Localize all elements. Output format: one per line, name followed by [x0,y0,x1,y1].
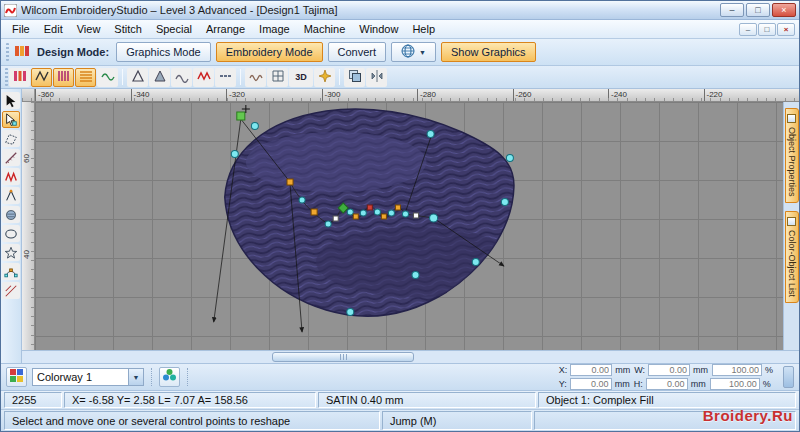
design-canvas[interactable] [35,102,783,350]
horizontal-scrollbar[interactable] [22,350,799,363]
satin-stitch-icon [57,69,71,86]
window-title: Wilcom EmbroideryStudio – Level 3 Advanc… [21,4,716,16]
mdi-restore-button[interactable]: □ [758,23,776,36]
ellipse-tool[interactable] [2,225,20,242]
menu-window[interactable]: Window [352,21,405,37]
menu-view[interactable]: View [70,21,108,37]
menu-stitch[interactable]: Stitch [107,21,149,37]
color-object-list-icon [787,217,796,226]
fill-digitize-tool[interactable] [2,206,20,223]
stitch-angle-tool[interactable] [2,282,20,299]
menu-image[interactable]: Image [252,21,297,37]
y-input[interactable] [570,378,612,390]
w-label: W: [634,365,645,375]
docker-tab-strip: Object Properties Color-Object List [783,102,799,350]
effects-button[interactable] [314,68,335,87]
convert-button[interactable]: Convert [328,42,387,62]
pointer-coordinates: X= -6.58 Y= 2.58 L= 7.07 A= 158.56 [64,392,316,408]
chevron-down-icon[interactable]: ▼ [128,369,143,385]
run-digitize-tool[interactable] [2,187,20,204]
hruler-label: -280 [417,89,513,101]
effects-icon [318,69,332,86]
menu-machine[interactable]: Machine [297,21,353,37]
lettering-motif-icon [197,69,211,86]
node-edit-tool[interactable] [2,263,20,280]
machine-format-button[interactable] [9,68,30,87]
scale-y-input[interactable] [710,378,760,390]
show-graphics-button[interactable]: Show Graphics [441,42,536,62]
toolbar-separator [339,69,340,85]
minimize-button[interactable]: – [720,3,744,17]
transform-panel: X: mm W: mm % Y: mm H: mm % [559,364,775,390]
y-label: Y: [559,379,567,389]
mirror-icon [370,69,384,86]
x-label: X: [559,365,568,375]
hoop-globe-button[interactable]: ▼ [391,42,436,62]
palette-button[interactable] [6,367,27,387]
palette-icon [9,368,24,386]
column-b-button[interactable] [149,68,170,87]
satin-stitch-button[interactable] [53,68,74,87]
menu-arrange[interactable]: Arrange [199,21,252,37]
motif-stitch-button[interactable] [97,68,118,87]
menu-help[interactable]: Help [405,21,442,37]
polygon-select-tool[interactable] [2,130,20,147]
menu-file[interactable]: File [5,21,37,37]
title-bar: Wilcom EmbroideryStudio – Level 3 Advanc… [1,1,799,20]
tab-color-object-list[interactable]: Color-Object List [785,211,799,303]
graphics-mode-button[interactable]: Graphics Mode [116,42,211,62]
toolbar-separator [122,69,123,85]
colorway-value: Colorway 1 [33,371,128,383]
embroidery-mode-button[interactable]: Embroidery Mode [216,42,323,62]
toolbar-grip[interactable] [6,43,9,61]
grid-toggle-button[interactable] [267,68,288,87]
close-button[interactable]: × [772,3,796,17]
column-c-icon [175,69,189,86]
motif-stitch-icon [101,69,115,86]
column-a-button[interactable] [127,68,148,87]
tab-object-properties[interactable]: Object Properties [785,108,799,203]
overlap-button[interactable] [344,68,365,87]
panel-toggle-button[interactable] [783,366,794,388]
column-b-icon [153,69,167,86]
lettering-motif-button[interactable] [193,68,214,87]
maximize-button[interactable]: □ [746,3,770,17]
horizontal-ruler: -360 -340 -320 -300 -280 -260 -240 -220 [22,89,799,102]
stemstitch-button[interactable] [245,68,266,87]
tatami-fill-button[interactable] [75,68,96,87]
mdi-minimize-button[interactable]: – [739,23,757,36]
stitch-toolbar-grip[interactable] [5,68,8,86]
star-tool[interactable] [2,244,20,261]
run-stitch-icon [35,69,49,86]
scale-x-input[interactable] [712,364,762,376]
chevron-down-icon: ▼ [419,49,426,56]
backstitch-button[interactable] [215,68,236,87]
menu-special[interactable]: Special [149,21,199,37]
mirror-button[interactable] [366,68,387,87]
prompt-bar: Select and move one or several control p… [1,409,799,431]
mdi-window-controls: – □ × [739,23,799,36]
h-label: H: [634,379,643,389]
height-input[interactable] [646,378,688,390]
embroidery-design [35,102,783,350]
threed-view-button[interactable]: 3D [289,68,313,87]
run-stitch-button[interactable] [31,68,52,87]
scrollbar-thumb[interactable] [272,352,414,362]
menu-bar: File Edit View Stitch Special Arrange Im… [1,20,799,39]
colorway-select[interactable]: Colorway 1 ▼ [32,368,144,386]
mdi-close-button[interactable]: × [777,23,795,36]
width-input[interactable] [648,364,690,376]
column-c-button[interactable] [171,68,192,87]
complex-fill-object[interactable] [225,109,517,316]
measure-tool[interactable] [2,149,20,166]
overlap-icon [348,69,362,86]
tatami-fill-icon [79,69,93,86]
x-input[interactable] [570,364,612,376]
toolbar-separator [240,69,241,85]
select-tool[interactable] [2,92,20,109]
menu-edit[interactable]: Edit [37,21,70,37]
color-wheel-button[interactable] [159,367,180,387]
color-wheel-icon [162,368,177,386]
lettering-tool[interactable] [2,168,20,185]
reshape-tool[interactable] [2,111,20,128]
